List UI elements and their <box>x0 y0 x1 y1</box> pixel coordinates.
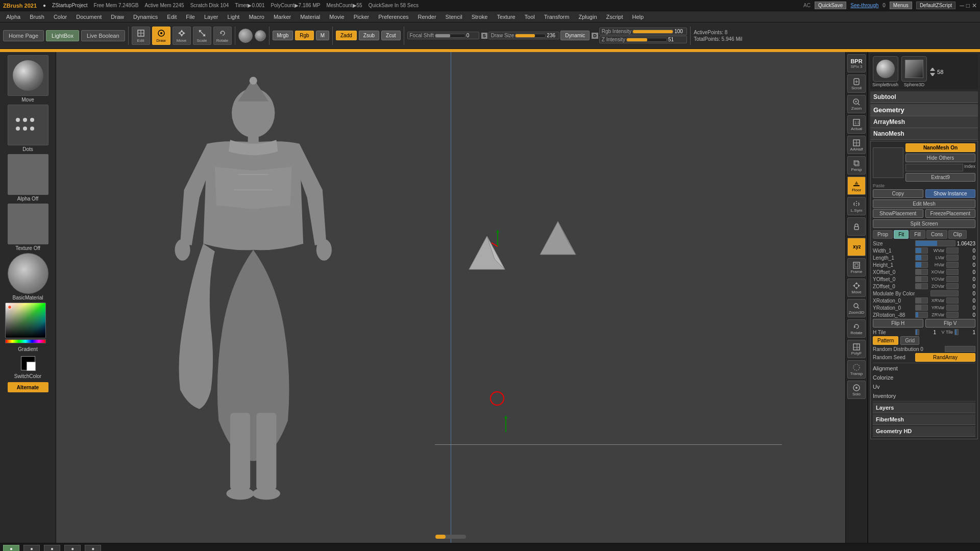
menu-tool[interactable]: Tool <box>521 13 539 21</box>
size-slider[interactable] <box>915 240 955 246</box>
canvas-area[interactable] <box>56 52 845 543</box>
move-brush-item[interactable]: Move <box>5 55 51 103</box>
lock-button[interactable] <box>847 217 866 236</box>
menu-edit[interactable]: Edit <box>163 13 181 21</box>
zoffset-slider[interactable] <box>915 283 928 289</box>
scroll-button[interactable]: Scroll <box>847 74 866 93</box>
switch-colors[interactable] <box>21 356 35 370</box>
modulate-slider[interactable] <box>930 290 959 296</box>
xrvar-slider[interactable] <box>946 297 959 304</box>
menu-dynamics[interactable]: Dynamics <box>129 13 162 21</box>
menu-file[interactable]: File <box>182 13 199 21</box>
sphere3d-preset[interactable]: Sphere3D <box>901 56 927 87</box>
prop-tab[interactable]: Prop <box>873 230 893 239</box>
geometry-section[interactable]: Geometry <box>870 104 978 116</box>
lvar-slider[interactable] <box>946 255 959 261</box>
yovar-slider[interactable] <box>946 276 959 282</box>
menu-render[interactable]: Render <box>414 13 440 21</box>
nanomesh-thumb[interactable] <box>873 147 903 178</box>
subtool-section[interactable]: Subtool <box>870 91 978 103</box>
colorize-row[interactable]: Colorize <box>873 373 975 382</box>
zsub-button[interactable]: Zsub <box>359 31 379 40</box>
split-screen-button[interactable]: Split Screen <box>873 219 975 228</box>
home-page-button[interactable]: Home Page <box>3 30 44 41</box>
uv-row[interactable]: Uv <box>873 383 975 391</box>
rgb-toggle[interactable]: Rgb <box>295 31 313 40</box>
simplebr-preset[interactable]: SimpleBrush <box>872 56 898 87</box>
xrotation-slider[interactable] <box>915 297 928 304</box>
nanomesh-section[interactable]: NanoMesh <box>870 128 978 140</box>
menu-light[interactable]: Light <box>224 13 244 21</box>
solo-button[interactable]: Solo <box>847 381 866 399</box>
nanomesh-on-button[interactable]: NanoMesh On <box>905 143 975 152</box>
edit-mesh-button[interactable]: Edit Mesh <box>873 199 975 208</box>
layers-section[interactable]: Layers <box>873 403 975 413</box>
bottom-btn-2[interactable]: ● <box>23 545 40 551</box>
size-arrows[interactable] <box>930 68 935 76</box>
hvar-slider[interactable] <box>946 262 959 268</box>
menu-material[interactable]: Material <box>296 13 324 21</box>
pattern-button[interactable]: Pattern <box>873 336 898 345</box>
bottom-btn-1[interactable]: ● <box>3 545 19 551</box>
yrotation-slider[interactable] <box>915 305 928 311</box>
mrgb-toggle[interactable]: Mrgb <box>273 31 293 40</box>
transp-button[interactable]: Transp <box>847 360 866 379</box>
dynamic-button[interactable]: Dynamic <box>560 31 590 40</box>
width-slider[interactable] <box>915 247 928 254</box>
rotate-icon-button[interactable]: Rotate <box>847 319 866 338</box>
inventory-row[interactable]: Inventory <box>873 392 975 400</box>
zoom-button[interactable]: Zoom <box>847 95 866 113</box>
menu-macro[interactable]: Macro <box>244 13 268 21</box>
geometry-hd-section[interactable]: Geometry HD <box>873 426 975 437</box>
scroll-indicator[interactable] <box>435 535 466 539</box>
copy-button[interactable]: Copy <box>873 189 923 198</box>
hide-others-button[interactable]: Hide Others <box>905 154 975 162</box>
zrvar-slider[interactable] <box>946 312 959 318</box>
color-picker[interactable] <box>5 303 51 343</box>
focal-shift-bar[interactable] <box>435 34 465 38</box>
brush-orb-2[interactable] <box>255 30 266 41</box>
vtile-slider[interactable] <box>954 329 959 335</box>
draw-tool[interactable]: Draw <box>152 27 170 45</box>
cons-tab[interactable]: Cons <box>926 230 947 239</box>
dots-brush-item[interactable]: Dots <box>5 105 51 152</box>
bottom-btn-3[interactable]: ● <box>44 545 60 551</box>
scale-tool[interactable]: Scale <box>193 27 211 45</box>
menu-stencil[interactable]: Stencil <box>442 13 467 21</box>
actual-button[interactable]: 1:1 Actual <box>847 115 866 134</box>
menu-zplugin[interactable]: Zplugin <box>574 13 601 21</box>
move-icon-button[interactable]: Move <box>847 279 866 297</box>
menu-brush[interactable]: Brush <box>26 13 48 21</box>
length-slider[interactable] <box>915 255 928 261</box>
m-toggle[interactable]: M <box>316 31 329 40</box>
show-instance-button[interactable]: Show Instance <box>925 189 976 198</box>
zovar-slider[interactable] <box>946 283 959 289</box>
rotate-tool[interactable]: Rotate <box>213 27 232 45</box>
alignment-row[interactable]: Alignment <box>873 364 975 372</box>
brush-orb-1[interactable] <box>238 29 253 43</box>
alpha-thumb[interactable]: Alpha Off <box>5 154 51 202</box>
fill-tab[interactable]: Fill <box>910 230 925 239</box>
freeze-placement-button[interactable]: FreezePlacement <box>925 209 976 218</box>
close-icon[interactable]: ✕ <box>972 2 977 9</box>
move-tool[interactable]: Move <box>173 27 191 45</box>
zoom3d-button[interactable]: Zoom3D <box>847 299 866 317</box>
fibermesh-section[interactable]: FiberMesh <box>873 414 975 425</box>
menu-transform[interactable]: Transform <box>540 13 574 21</box>
zadd-button[interactable]: Zadd <box>336 31 357 40</box>
menu-help[interactable]: Help <box>628 13 648 21</box>
alternate-button[interactable]: Alternate <box>8 382 48 392</box>
bottom-btn-4[interactable]: ● <box>64 545 81 551</box>
bottom-btn-5[interactable]: ● <box>85 545 101 551</box>
wvar-slider[interactable] <box>946 247 959 254</box>
live-boolean-button[interactable]: Live Boolean <box>81 30 125 41</box>
xoffset-slider[interactable] <box>915 269 928 275</box>
maximize-icon[interactable]: □ <box>966 2 970 9</box>
edit-tool[interactable]: Edit <box>132 27 150 45</box>
menu-preferences[interactable]: Preferences <box>374 13 412 21</box>
rgb-intensity-bar[interactable] <box>632 30 673 34</box>
z-intensity-bar[interactable] <box>626 38 667 42</box>
extract-button[interactable]: Extract9 <box>905 173 975 182</box>
bpr-button[interactable]: BPR SPix 3 <box>847 54 866 72</box>
menu-zscript[interactable]: Zscript <box>602 13 627 21</box>
